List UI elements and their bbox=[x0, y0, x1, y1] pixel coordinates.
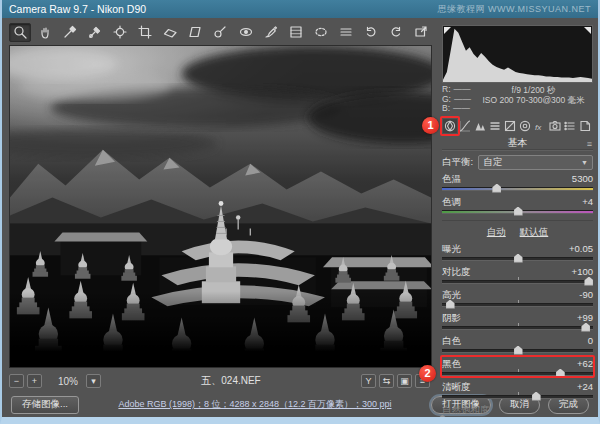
adjustment-brush-tool-icon[interactable] bbox=[260, 23, 282, 42]
workflow-options-link[interactable]: Adobe RGB (1998)；8 位；4288 x 2848（12.2 百万… bbox=[87, 398, 423, 411]
spot-removal-tool-icon[interactable] bbox=[209, 23, 231, 42]
exif-block: R:—— G:—— B:—— f/9 1/200 秒 ISO 200 70-30… bbox=[442, 85, 593, 114]
white-balance-tool-icon[interactable] bbox=[59, 23, 81, 42]
zoom-tool-icon[interactable] bbox=[9, 23, 31, 42]
whites-value[interactable]: 0 bbox=[588, 336, 593, 346]
window-title: Camera Raw 9.7 - Nikon D90 bbox=[9, 3, 146, 15]
temperature-track[interactable] bbox=[442, 187, 593, 191]
red-eye-tool-icon[interactable] bbox=[235, 23, 257, 42]
straighten-tool-icon[interactable] bbox=[159, 23, 181, 42]
highlight-clipping-icon[interactable] bbox=[584, 27, 591, 34]
exposure-slider: 曝光+0.05 bbox=[442, 244, 593, 261]
clarity-slider: 清晰度+24 bbox=[442, 382, 593, 399]
contrast-track[interactable] bbox=[442, 280, 593, 284]
zoom-out-button[interactable]: − bbox=[9, 374, 24, 388]
panel-title: 基本 bbox=[508, 137, 528, 148]
temperature-value[interactable]: 5300 bbox=[572, 174, 593, 184]
auto-link[interactable]: 自动 bbox=[487, 226, 506, 239]
panel-tabs: 1 fx bbox=[442, 119, 593, 136]
hand-tool-icon[interactable] bbox=[34, 23, 56, 42]
shadow-clipping-icon[interactable] bbox=[444, 27, 451, 34]
swap-before-after-icon[interactable]: ⇆ bbox=[379, 374, 394, 388]
tint-track[interactable] bbox=[442, 210, 593, 214]
chevron-down-icon: ▼ bbox=[581, 159, 588, 166]
preview-statusbar: − + 10% ▾ 五、024.NEF Y ⇆ ▣ ≡ bbox=[9, 368, 432, 392]
zoom-level-select[interactable]: 10% bbox=[53, 376, 83, 387]
save-image-button[interactable]: 存储图像... bbox=[11, 396, 79, 414]
highlights-slider: 高光-90 bbox=[442, 290, 593, 307]
blacks-slider: 2 黑色+62 bbox=[442, 359, 593, 376]
white-balance-select[interactable]: 自定▼ bbox=[478, 155, 593, 170]
photo-image bbox=[10, 46, 431, 367]
clarity-track[interactable] bbox=[442, 395, 593, 399]
whites-track[interactable] bbox=[442, 349, 593, 353]
whites-handle[interactable] bbox=[514, 346, 523, 355]
blacks-handle[interactable] bbox=[556, 369, 565, 378]
tint-value[interactable]: +4 bbox=[582, 197, 593, 207]
shadows-value[interactable]: +99 bbox=[577, 313, 593, 323]
blacks-track[interactable] bbox=[442, 372, 593, 376]
tab-hsl-grayscale[interactable] bbox=[488, 119, 502, 133]
panel-title-row: 基本 ≡ bbox=[442, 136, 593, 150]
watermark: 思缘教程网 WWW.MISSYUAN.NET bbox=[438, 3, 592, 16]
clarity-handle[interactable] bbox=[532, 392, 541, 401]
histogram[interactable] bbox=[442, 25, 593, 83]
transform-tool-icon[interactable] bbox=[184, 23, 206, 42]
rotate-left-icon[interactable] bbox=[360, 23, 382, 42]
copy-current-to-before-icon[interactable]: ▣ bbox=[397, 374, 412, 388]
clarity-value[interactable]: +24 bbox=[577, 382, 593, 392]
exposure-track[interactable] bbox=[442, 257, 593, 261]
tab-split-toning[interactable] bbox=[503, 119, 517, 133]
toolbar bbox=[9, 21, 432, 43]
tab-effects[interactable]: fx bbox=[533, 119, 547, 133]
tab-detail[interactable] bbox=[473, 119, 487, 133]
white-balance-row: 白平衡: 自定▼ bbox=[442, 155, 593, 170]
toggle-before-after-icon[interactable]: Y bbox=[361, 374, 376, 388]
shadows-handle[interactable] bbox=[581, 323, 590, 332]
tint-handle[interactable] bbox=[514, 207, 523, 216]
color-sampler-tool-icon[interactable] bbox=[84, 23, 106, 42]
shadows-slider: 阴影+99 bbox=[442, 313, 593, 330]
targeted-adjustment-tool-icon[interactable] bbox=[109, 23, 131, 42]
contrast-handle[interactable] bbox=[584, 277, 593, 286]
default-link[interactable]: 默认值 bbox=[520, 226, 549, 239]
annotation-step-1: 1 bbox=[422, 117, 439, 134]
auto-default-links: 自动 默认值 bbox=[442, 220, 593, 239]
tab-lens-corrections[interactable] bbox=[518, 119, 532, 133]
vibrance-track bbox=[442, 418, 593, 422]
shadows-track[interactable] bbox=[442, 326, 593, 330]
preferences-icon[interactable] bbox=[335, 23, 357, 42]
blacks-value[interactable]: +62 bbox=[577, 359, 593, 369]
rgb-readout: R:—— G:—— B:—— bbox=[442, 85, 474, 114]
crop-tool-icon[interactable] bbox=[134, 23, 156, 42]
temperature-slider: 色温5300 bbox=[442, 174, 593, 191]
zoom-level-caret-icon[interactable]: ▾ bbox=[86, 374, 101, 388]
contrast-value[interactable]: +100 bbox=[572, 267, 593, 277]
vibrance-slider: 自然饱和度 bbox=[442, 405, 593, 422]
tab-presets[interactable] bbox=[563, 119, 577, 133]
rotate-right-icon[interactable] bbox=[385, 23, 407, 42]
tab-snapshots[interactable] bbox=[578, 119, 592, 133]
window-titlebar: Camera Raw 9.7 - Nikon D90 思缘教程网 WWW.MIS… bbox=[2, 0, 598, 18]
graduated-filter-tool-icon[interactable] bbox=[285, 23, 307, 42]
photo-preview[interactable] bbox=[9, 45, 432, 368]
exif-iso-focal: ISO 200 70-300@300 毫米 bbox=[474, 96, 593, 106]
tab-basic[interactable]: 1 bbox=[443, 119, 457, 133]
highlights-handle[interactable] bbox=[446, 300, 455, 309]
white-balance-label: 白平衡: bbox=[442, 156, 473, 169]
exposure-value[interactable]: +0.05 bbox=[569, 244, 593, 254]
filename-label: 五、024.NEF bbox=[104, 374, 358, 388]
exposure-handle[interactable] bbox=[514, 254, 523, 263]
highlights-track[interactable] bbox=[442, 303, 593, 307]
highlights-value[interactable]: -90 bbox=[579, 290, 593, 300]
toggle-fullscreen-icon[interactable] bbox=[410, 23, 432, 42]
svg-text:fx: fx bbox=[535, 122, 542, 131]
tab-tone-curve[interactable] bbox=[458, 119, 472, 133]
tab-camera-calibration[interactable] bbox=[548, 119, 562, 133]
radial-filter-tool-icon[interactable] bbox=[310, 23, 332, 42]
temperature-handle[interactable] bbox=[492, 184, 501, 193]
zoom-in-button[interactable]: + bbox=[27, 374, 42, 388]
panel-menu-icon[interactable]: ≡ bbox=[587, 138, 592, 151]
tint-slider: 色调+4 bbox=[442, 197, 593, 214]
contrast-slider: 对比度+100 bbox=[442, 267, 593, 284]
